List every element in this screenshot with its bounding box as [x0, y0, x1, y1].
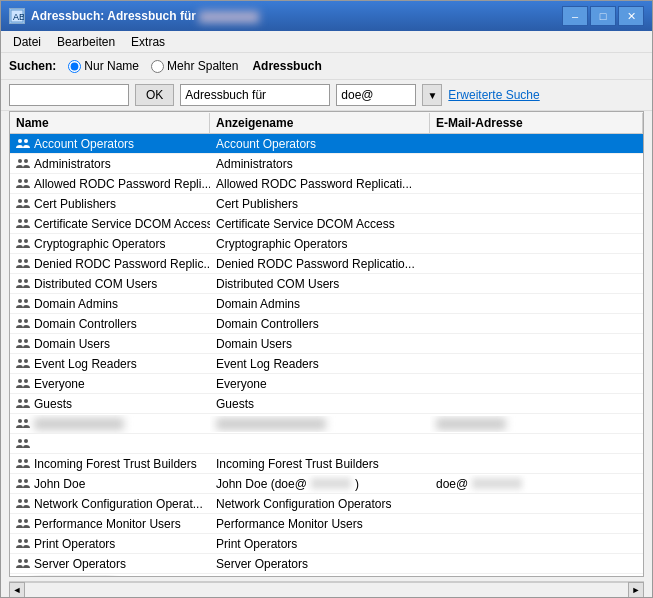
row-email-cell: [430, 182, 643, 186]
group-icon: [16, 377, 30, 391]
row-email-cell: [430, 382, 643, 386]
group-icon: [16, 537, 30, 551]
svg-point-35: [24, 459, 28, 463]
row-name-cell: Allowed RODC Password Repli...: [10, 175, 210, 193]
address-book-input[interactable]: [180, 84, 330, 106]
row-name-cell: [10, 575, 210, 577]
table-row[interactable]: Allowed RODC Password Repli... Allowed R…: [10, 174, 643, 194]
table-row[interactable]: Administrators Administrators: [10, 154, 643, 174]
group-icon: [16, 197, 30, 211]
radio-nur-name-input[interactable]: [68, 60, 81, 73]
row-display-cell: Distributed COM Users: [210, 275, 430, 293]
group-icon: [16, 257, 30, 271]
table-row[interactable]: Cert Publishers Cert Publishers: [10, 194, 643, 214]
table-row[interactable]: Server Operators Server Operators: [10, 554, 643, 574]
table-row[interactable]: Incoming Forest Trust Builders Incoming …: [10, 454, 643, 474]
table-row[interactable]: Cryptographic Operators Cryptographic Op…: [10, 234, 643, 254]
col-header-display[interactable]: Anzeigename: [210, 113, 430, 133]
table-row[interactable]: Everyone Everyone: [10, 374, 643, 394]
row-email-cell: [430, 302, 643, 306]
table-row[interactable]: Domain Users Domain Users: [10, 334, 643, 354]
minimize-button[interactable]: –: [562, 6, 588, 26]
table-row[interactable]: Guests Guests: [10, 394, 643, 414]
row-email-cell: [430, 162, 643, 166]
row-email-cell: [430, 462, 643, 466]
ok-button[interactable]: OK: [135, 84, 174, 106]
row-name-text: Administrators: [34, 157, 111, 171]
table-row[interactable]: Print Operators Print Operators: [10, 534, 643, 554]
group-icon: [16, 217, 30, 231]
horizontal-scrollbar[interactable]: ◄ ►: [9, 581, 644, 597]
row-name-text: Cryptographic Operators: [34, 237, 165, 251]
email-filter-input[interactable]: [336, 84, 416, 106]
dropdown-button[interactable]: ▼: [422, 84, 442, 106]
close-button[interactable]: ✕: [618, 6, 644, 26]
row-name-cell: Cert Publishers: [10, 195, 210, 213]
svg-text:AB: AB: [13, 12, 24, 22]
svg-point-38: [18, 499, 22, 503]
row-name-cell: Certificate Service DCOM Access: [10, 215, 210, 233]
row-name-text: Network Configuration Operat...: [34, 497, 203, 511]
svg-point-31: [24, 419, 28, 423]
table-row[interactable]: Performance Monitor Users Performance Mo…: [10, 514, 643, 534]
svg-point-23: [24, 339, 28, 343]
radio-nur-name[interactable]: Nur Name: [68, 59, 139, 73]
row-name-cell: Domain Users: [10, 335, 210, 353]
table-row[interactable]: Event Log Readers Event Log Readers: [10, 354, 643, 374]
scroll-left-arrow[interactable]: ◄: [9, 582, 25, 598]
col-header-name[interactable]: Name: [10, 113, 210, 133]
table-row[interactable]: [10, 414, 643, 434]
row-email-cell: [430, 576, 643, 577]
table-row[interactable]: [10, 574, 643, 576]
menu-bearbeiten[interactable]: Bearbeiten: [49, 33, 123, 51]
svg-point-36: [18, 479, 22, 483]
erweiterte-suche-link[interactable]: Erweiterte Suche: [448, 88, 539, 102]
search-input[interactable]: [9, 84, 129, 106]
row-name-text: Denied RODC Password Replic...: [34, 257, 210, 271]
svg-point-5: [24, 159, 28, 163]
table-row[interactable]: Certificate Service DCOM Access Certific…: [10, 214, 643, 234]
svg-point-33: [24, 439, 28, 443]
group-icon: [16, 437, 30, 451]
svg-point-34: [18, 459, 22, 463]
row-email-cell: [430, 402, 643, 406]
scroll-track[interactable]: [25, 582, 628, 598]
row-display-cell: Cryptographic Operators: [210, 235, 430, 253]
menu-extras[interactable]: Extras: [123, 33, 173, 51]
row-display-cell: Allowed RODC Password Replicati...: [210, 175, 430, 193]
table-row[interactable]: Account Operators Account Operators: [10, 134, 643, 154]
scroll-right-arrow[interactable]: ►: [628, 582, 644, 598]
row-name-cell: Domain Controllers: [10, 315, 210, 333]
search-label: Suchen:: [9, 59, 56, 73]
table-row[interactable]: Network Configuration Operat... Network …: [10, 494, 643, 514]
svg-point-8: [18, 199, 22, 203]
table-row[interactable]: Denied RODC Password Replic... Denied RO…: [10, 254, 643, 274]
row-name-cell: Server Operators: [10, 555, 210, 573]
group-icon: [16, 237, 30, 251]
radio-mehr-spalten[interactable]: Mehr Spalten: [151, 59, 238, 73]
svg-point-13: [24, 239, 28, 243]
table-row[interactable]: Distributed COM Users Distributed COM Us…: [10, 274, 643, 294]
row-display-cell: [210, 576, 430, 577]
table-row[interactable]: Domain Controllers Domain Controllers: [10, 314, 643, 334]
col-header-email[interactable]: E-Mail-Adresse: [430, 113, 643, 133]
svg-point-21: [24, 319, 28, 323]
svg-point-30: [18, 419, 22, 423]
group-icon: [16, 177, 30, 191]
maximize-button[interactable]: □: [590, 6, 616, 26]
menu-datei[interactable]: Datei: [5, 33, 49, 51]
table-scroll[interactable]: Account Operators Account Operators Admi…: [10, 134, 643, 576]
row-name-cell: John Doe: [10, 475, 210, 493]
svg-point-17: [24, 279, 28, 283]
table-row[interactable]: [10, 434, 643, 454]
svg-point-43: [24, 539, 28, 543]
radio-mehr-spalten-label: Mehr Spalten: [167, 59, 238, 73]
row-email-cell: doe@: [430, 475, 643, 493]
radio-mehr-spalten-input[interactable]: [151, 60, 164, 73]
svg-point-11: [24, 219, 28, 223]
row-name-text: Incoming Forest Trust Builders: [34, 457, 197, 471]
row-email-cell: [430, 362, 643, 366]
table-row[interactable]: John Doe John Doe (doe@) doe@: [10, 474, 643, 494]
row-name-text: Print Operators: [34, 537, 115, 551]
table-row[interactable]: Domain Admins Domain Admins: [10, 294, 643, 314]
